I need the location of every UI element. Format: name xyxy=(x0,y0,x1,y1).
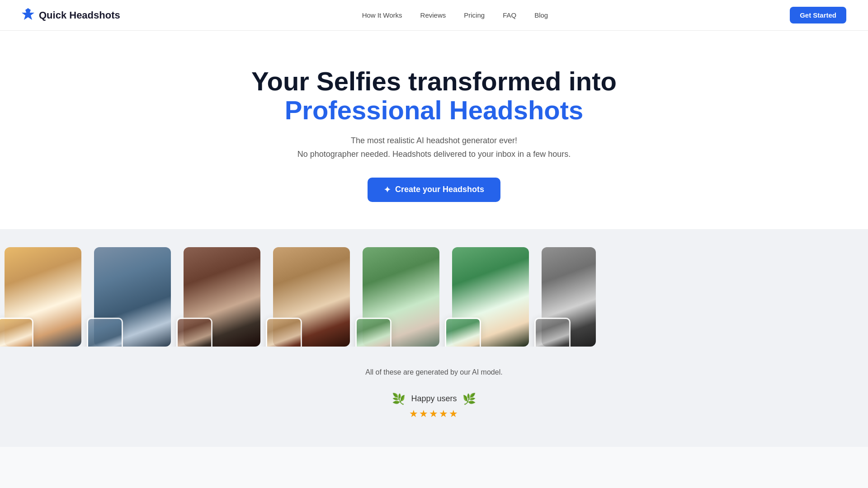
happy-users-label: Happy users xyxy=(411,394,457,404)
hero-subtitle: The most realistic AI headshot generator… xyxy=(9,134,859,161)
hero-title-line2: Professional Headshots xyxy=(285,95,584,125)
hero-cta-label: Create your Headshots xyxy=(395,185,484,194)
gallery-item-4 xyxy=(273,247,350,347)
hero-subtitle-line2: No photographer needed. Headshots delive… xyxy=(297,150,571,159)
hero-section: Your Selfies transformed into Profession… xyxy=(0,31,868,229)
hero-subtitle-line1: The most realistic AI headshot generator… xyxy=(351,136,517,145)
logo-icon xyxy=(22,7,34,23)
get-started-button[interactable]: Get Started xyxy=(790,7,846,23)
laurel-right-icon: 🌿 xyxy=(462,393,476,405)
laurel-container: 🌿 Happy users 🌿 xyxy=(392,393,476,405)
gallery-item-7 xyxy=(542,247,596,347)
nav-faq[interactable]: FAQ xyxy=(503,11,516,19)
logo-text: Quick Headshots xyxy=(39,9,120,21)
nav-pricing[interactable]: Pricing xyxy=(464,11,485,19)
nav-how-it-works[interactable]: How It Works xyxy=(362,11,402,19)
happy-users-section: 🌿 Happy users 🌿 ★★★★★ xyxy=(0,385,868,438)
gallery-thumb-6 xyxy=(445,318,481,347)
gallery-thumb-3 xyxy=(176,318,212,347)
hero-title-line1: Your Selfies transformed into xyxy=(251,66,617,96)
sparkle-icon: ✦ xyxy=(384,185,391,195)
nav-links: How It Works Reviews Pricing FAQ Blog xyxy=(362,11,548,19)
nav-blog[interactable]: Blog xyxy=(534,11,548,19)
nav-reviews[interactable]: Reviews xyxy=(420,11,446,19)
gallery-section: All of these are generated by our AI mod… xyxy=(0,229,868,447)
create-headshots-button[interactable]: ✦ Create your Headshots xyxy=(368,178,500,202)
gallery-item-3 xyxy=(184,247,260,347)
gallery-thumb-1 xyxy=(0,318,33,347)
logo[interactable]: Quick Headshots xyxy=(22,7,120,23)
gallery-item-6 xyxy=(452,247,529,347)
gallery-item-5 xyxy=(363,247,439,347)
gallery-item-2 xyxy=(94,247,171,347)
gallery-thumb-4 xyxy=(266,318,302,347)
gallery-track xyxy=(0,247,868,347)
gallery-thumb-2 xyxy=(87,318,123,347)
gallery-caption: All of these are generated by our AI mod… xyxy=(0,368,868,385)
laurel-left-icon: 🌿 xyxy=(392,393,406,405)
gallery-thumb-7 xyxy=(534,318,571,347)
hero-title: Your Selfies transformed into Profession… xyxy=(9,67,859,125)
gallery-thumb-5 xyxy=(355,318,392,347)
happy-users-stars: ★★★★★ xyxy=(409,408,459,420)
navbar: Quick Headshots How It Works Reviews Pri… xyxy=(0,0,868,31)
gallery-item-1 xyxy=(5,247,81,347)
